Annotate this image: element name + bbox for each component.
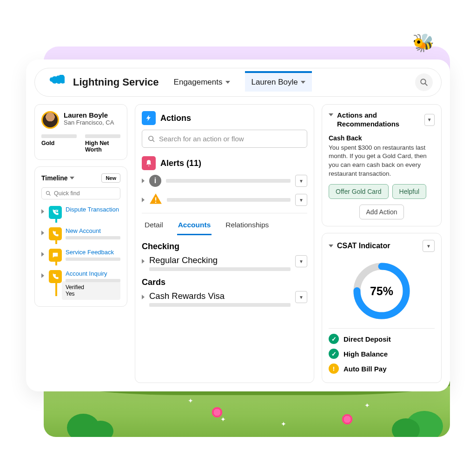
recommendations-title: Actions and Recommendations xyxy=(337,111,424,129)
timeline-item[interactable]: New Account xyxy=(41,227,120,240)
app-window: Lightning Service Engagements Lauren Boy… xyxy=(26,60,450,391)
group-checking-title: Checking xyxy=(142,242,307,251)
avatar xyxy=(41,111,59,129)
chevron-right-icon xyxy=(142,198,145,202)
account-dropdown-button[interactable]: ▼ xyxy=(295,255,307,267)
svg-line-3 xyxy=(49,194,51,196)
csat-indicator: !Auto Bill Pay xyxy=(329,361,435,376)
csat-indicator: ✓High Balance xyxy=(329,346,435,361)
account-row[interactable]: Cash Rewards Visa ▼ xyxy=(142,291,307,307)
account-dropdown-button[interactable]: ▼ xyxy=(295,291,307,303)
salesforce-logo-icon xyxy=(43,75,65,90)
recommendations-menu-button[interactable]: ▼ xyxy=(424,114,435,126)
chevron-down-icon[interactable] xyxy=(329,113,333,116)
chevron-down-icon xyxy=(301,81,305,84)
alerts-title: Alerts (11) xyxy=(160,159,201,168)
csat-donut-chart: 75% xyxy=(349,258,414,324)
check-icon: ✓ xyxy=(329,334,339,344)
search-icon xyxy=(420,78,428,86)
check-icon: ✓ xyxy=(329,349,339,359)
verified-box: Verified Yes xyxy=(62,281,120,300)
right-column: Actions and Recommendations ▼ Cash Back … xyxy=(322,104,442,383)
quick-find-input[interactable]: Quick find xyxy=(41,187,120,199)
search-icon xyxy=(46,191,51,196)
actions-title: Actions xyxy=(160,113,191,123)
helpful-button[interactable]: Helpful xyxy=(392,184,427,199)
nav-engagements[interactable]: Engagements xyxy=(167,73,237,92)
center-panel: Actions Search for an action or flow Ale… xyxy=(135,104,314,383)
timeline-item[interactable]: Account Inquiry xyxy=(41,270,120,283)
global-search-button[interactable] xyxy=(415,73,433,91)
alert-row-info[interactable]: i ▼ xyxy=(142,175,307,187)
recommendations-card: Actions and Recommendations ▼ Cash Back … xyxy=(322,104,442,226)
badge-hnw: High Net Worth xyxy=(85,140,120,153)
bee-icon: 🐝 xyxy=(412,33,434,53)
svg-point-2 xyxy=(46,192,50,195)
csat-menu-button[interactable]: ▼ xyxy=(423,240,435,252)
alert-row-warning[interactable]: ▼ xyxy=(142,192,307,207)
timeline-card: Timeline New Quick find xyxy=(34,166,127,307)
timeline-item[interactable]: Service Feedback xyxy=(41,249,120,262)
placeholder-bar xyxy=(149,267,291,271)
nav-engagements-label: Engagements xyxy=(174,78,223,87)
timeline-item[interactable]: Dispute Transaction xyxy=(41,206,120,219)
chevron-right-icon xyxy=(142,178,145,183)
verified-value: Yes xyxy=(66,291,117,297)
chevron-right-icon xyxy=(142,295,145,299)
tab-relationships[interactable]: Relationships xyxy=(225,218,270,235)
chevron-right-icon xyxy=(41,252,44,257)
bell-icon xyxy=(142,156,156,170)
tab-accounts[interactable]: Accounts xyxy=(177,218,212,235)
timeline-new-button[interactable]: New xyxy=(101,173,120,183)
badge-bar xyxy=(85,134,120,138)
placeholder-bar xyxy=(149,303,291,307)
timeline-item-label: Account Inquiry xyxy=(66,270,120,277)
action-search-input[interactable]: Search for an action or flow xyxy=(142,130,307,148)
quick-find-placeholder: Quick find xyxy=(54,190,80,197)
phone-in-icon xyxy=(49,206,62,219)
alert-dropdown-button[interactable]: ▼ xyxy=(295,194,307,206)
csat-indicator: ✓Direct Deposit xyxy=(329,331,435,346)
svg-rect-7 xyxy=(155,202,156,203)
account-name: Regular Checking xyxy=(149,255,291,265)
search-icon xyxy=(148,135,155,143)
alert-dropdown-button[interactable]: ▼ xyxy=(295,175,307,187)
chevron-down-icon[interactable] xyxy=(329,245,333,247)
chevron-right-icon xyxy=(142,259,145,264)
left-column: Lauren Boyle San Francisco, CA Gold High… xyxy=(34,104,127,383)
app-title: Lightning Service xyxy=(73,76,159,88)
lightning-icon xyxy=(142,111,156,125)
action-search-placeholder: Search for an action or flow xyxy=(159,135,244,143)
chevron-right-icon xyxy=(41,231,44,235)
placeholder-bar xyxy=(66,258,120,261)
detail-tabs: Detail Accounts Relationships xyxy=(142,215,307,235)
reco-subtitle: Cash Back xyxy=(329,134,435,142)
warning-icon: ! xyxy=(329,364,339,374)
group-cards-title: Cards xyxy=(142,278,307,287)
placeholder-bar xyxy=(66,236,120,239)
timeline-title-label: Timeline xyxy=(41,174,68,182)
profile-name: Lauren Boyle xyxy=(64,111,114,119)
info-icon: i xyxy=(149,175,161,187)
phone-in-icon xyxy=(49,270,62,283)
offer-gold-card-button[interactable]: Offer Gold Card xyxy=(329,184,389,199)
add-action-button[interactable]: Add Action xyxy=(359,205,404,219)
badge-gold: Gold xyxy=(41,140,77,146)
nav-active-tab-label: Lauren Boyle xyxy=(251,78,298,87)
timeline-title[interactable]: Timeline xyxy=(41,174,74,182)
placeholder-bar xyxy=(167,198,291,202)
account-row[interactable]: Regular Checking ▼ xyxy=(142,255,307,271)
timeline-item-label: New Account xyxy=(66,227,120,234)
svg-rect-6 xyxy=(155,198,156,201)
indicator-label: Direct Deposit xyxy=(344,335,391,343)
account-name: Cash Rewards Visa xyxy=(149,291,291,301)
tab-detail[interactable]: Detail xyxy=(144,218,164,235)
phone-in-icon xyxy=(49,227,62,240)
indicator-label: Auto Bill Pay xyxy=(344,365,387,373)
verified-label: Verified xyxy=(66,284,117,291)
csat-card: CSAT Indicator ▼ 75% ✓Direct Deposit✓Hig… xyxy=(322,233,442,383)
divider xyxy=(329,328,435,329)
chat-icon xyxy=(49,249,62,262)
nav-active-tab[interactable]: Lauren Boyle xyxy=(245,71,312,92)
placeholder-bar xyxy=(66,279,120,282)
